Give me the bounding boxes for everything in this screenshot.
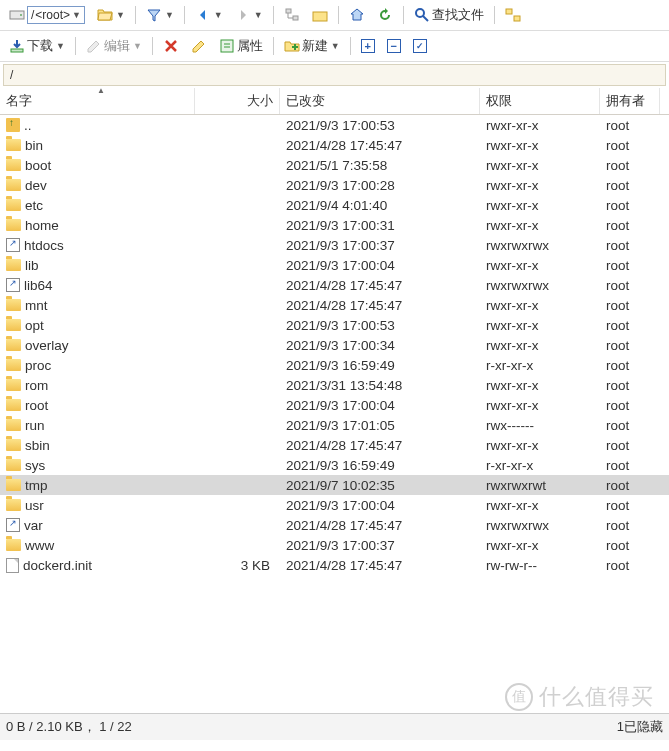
folder-icon — [6, 479, 21, 491]
svg-rect-8 — [11, 49, 23, 52]
file-name: mnt — [25, 298, 48, 313]
file-rights: rwxr-xr-x — [480, 135, 600, 155]
file-owner: root — [600, 555, 660, 575]
file-row[interactable]: htdocs2021/9/3 17:00:37rwxrwxrwxroot — [0, 235, 669, 255]
edit-button[interactable]: 编辑▼ — [81, 34, 147, 58]
svg-point-1 — [20, 14, 22, 16]
rename-button[interactable] — [186, 35, 212, 57]
file-size — [195, 135, 280, 155]
filter-button[interactable]: ▼ — [141, 4, 179, 26]
file-row[interactable]: bin2021/4/28 17:45:47rwxr-xr-xroot — [0, 135, 669, 155]
file-owner: root — [600, 495, 660, 515]
file-name: rom — [25, 378, 48, 393]
col-owner[interactable]: 拥有者 — [600, 88, 660, 114]
file-row[interactable]: home2021/9/3 17:00:31rwxr-xr-xroot — [0, 215, 669, 235]
open-folder-button[interactable]: ▼ — [92, 4, 130, 26]
file-changed: 2021/9/3 17:00:37 — [280, 235, 480, 255]
delete-button[interactable] — [158, 35, 184, 57]
download-label: 下载 — [27, 37, 53, 55]
file-row[interactable]: proc2021/9/3 16:59:49r-xr-xr-xroot — [0, 355, 669, 375]
folder-icon — [6, 539, 21, 551]
file-owner: root — [600, 415, 660, 435]
file-changed: 2021/9/3 17:00:04 — [280, 395, 480, 415]
home-button[interactable] — [344, 4, 370, 26]
path-label: <root> — [35, 8, 70, 22]
file-row[interactable]: lib642021/4/28 17:45:47rwxrwxrwxroot — [0, 275, 669, 295]
file-name: root — [25, 398, 48, 413]
file-rights: rwxr-xr-x — [480, 255, 600, 275]
svg-rect-9 — [221, 40, 233, 52]
col-changed[interactable]: 已改变 — [280, 88, 480, 114]
select-invert-button[interactable]: ✓ — [408, 36, 432, 56]
file-rights: rwx------ — [480, 415, 600, 435]
file-owner: root — [600, 435, 660, 455]
file-changed: 2021/9/3 17:00:37 — [280, 535, 480, 555]
find-files-button[interactable]: 查找文件 — [409, 3, 489, 27]
file-changed: 2021/9/7 10:02:35 — [280, 475, 480, 495]
file-row[interactable]: tmp2021/9/7 10:02:35rwxrwxrwtroot — [0, 475, 669, 495]
file-owner: root — [600, 535, 660, 555]
folder-icon — [6, 359, 21, 371]
file-list[interactable]: ..2021/9/3 17:00:53rwxr-xr-xrootbin2021/… — [0, 115, 669, 713]
status-right: 1已隐藏 — [617, 718, 663, 736]
file-size — [195, 215, 280, 235]
file-row[interactable]: www2021/9/3 17:00:37rwxr-xr-xroot — [0, 535, 669, 555]
file-row[interactable]: ..2021/9/3 17:00:53rwxr-xr-xroot — [0, 115, 669, 135]
file-rights: rwxr-xr-x — [480, 395, 600, 415]
file-rights: rwxr-xr-x — [480, 155, 600, 175]
tree-icon — [284, 7, 300, 23]
file-changed: 2021/4/28 17:45:47 — [280, 135, 480, 155]
file-row[interactable]: sys2021/9/3 16:59:49r-xr-xr-xroot — [0, 455, 669, 475]
file-changed: 2021/4/28 17:45:47 — [280, 275, 480, 295]
sync-button[interactable] — [500, 4, 526, 26]
file-name: sbin — [25, 438, 50, 453]
file-owner: root — [600, 175, 660, 195]
file-size — [195, 355, 280, 375]
file-row[interactable]: mnt2021/4/28 17:45:47rwxr-xr-xroot — [0, 295, 669, 315]
main-toolbar-2: 下载▼ 编辑▼ 属性 新建▼ + − ✓ — [0, 31, 669, 62]
file-row[interactable]: dockerd.init3 KB2021/4/28 17:45:47rw-rw-… — [0, 555, 669, 575]
file-rights: rwxr-xr-x — [480, 435, 600, 455]
file-row[interactable]: overlay2021/9/3 17:00:34rwxr-xr-xroot — [0, 335, 669, 355]
select-plus-button[interactable]: + — [356, 36, 380, 56]
forward-button[interactable]: ▼ — [230, 4, 268, 26]
file-row[interactable]: etc2021/9/4 4:01:40rwxr-xr-xroot — [0, 195, 669, 215]
file-changed: 2021/9/3 17:00:04 — [280, 495, 480, 515]
properties-button[interactable]: 属性 — [214, 34, 268, 58]
back-button[interactable]: ▼ — [190, 4, 228, 26]
folder-tree-button[interactable] — [279, 4, 305, 26]
file-row[interactable]: sbin2021/4/28 17:45:47rwxr-xr-xroot — [0, 435, 669, 455]
new-button[interactable]: 新建▼ — [279, 34, 345, 58]
file-row[interactable]: lib2021/9/3 17:00:04rwxr-xr-xroot — [0, 255, 669, 275]
download-button[interactable]: 下载▼ — [4, 34, 70, 58]
select-minus-button[interactable]: − — [382, 36, 406, 56]
file-row[interactable]: usr2021/9/3 17:00:04rwxr-xr-xroot — [0, 495, 669, 515]
file-rights: rwxr-xr-x — [480, 195, 600, 215]
file-owner: root — [600, 235, 660, 255]
folder-icon — [6, 339, 21, 351]
refresh-button[interactable] — [372, 4, 398, 26]
file-row[interactable]: rom2021/3/31 13:54:48rwxr-xr-xroot — [0, 375, 669, 395]
col-size[interactable]: 大小 — [195, 88, 280, 114]
file-row[interactable]: opt2021/9/3 17:00:53rwxr-xr-xroot — [0, 315, 669, 335]
arrow-left-icon — [195, 7, 211, 23]
file-owner: root — [600, 275, 660, 295]
col-name[interactable]: 名字▲ — [0, 88, 195, 114]
file-changed: 2021/9/3 17:00:31 — [280, 215, 480, 235]
file-row[interactable]: var2021/4/28 17:45:47rwxrwxrwxroot — [0, 515, 669, 535]
file-name: etc — [25, 198, 43, 213]
file-size — [195, 475, 280, 495]
address-path[interactable]: / <root> ▼ — [4, 3, 90, 27]
bookmark-button[interactable] — [307, 4, 333, 26]
file-row[interactable]: root2021/9/3 17:00:04rwxr-xr-xroot — [0, 395, 669, 415]
delete-icon — [163, 38, 179, 54]
col-rights[interactable]: 权限 — [480, 88, 600, 114]
folder-icon — [6, 299, 21, 311]
symlink-icon — [6, 278, 20, 292]
path-bar[interactable]: / — [3, 64, 666, 86]
file-row[interactable]: run2021/9/3 17:01:05rwx------root — [0, 415, 669, 435]
file-row[interactable]: dev2021/9/3 17:00:28rwxr-xr-xroot — [0, 175, 669, 195]
file-row[interactable]: boot2021/5/1 7:35:58rwxr-xr-xroot — [0, 155, 669, 175]
find-files-label: 查找文件 — [432, 6, 484, 24]
svg-rect-7 — [514, 16, 520, 21]
